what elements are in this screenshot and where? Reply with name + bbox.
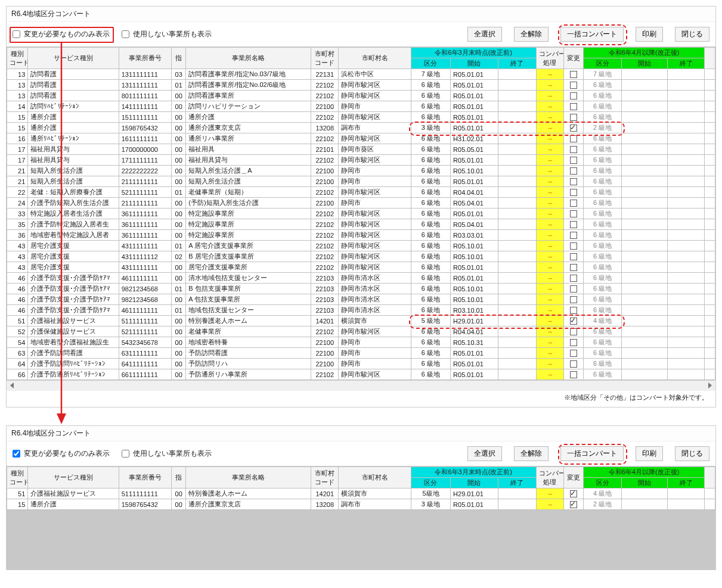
horizontal-scrollbar[interactable] xyxy=(7,380,715,391)
table-row[interactable]: 16通所ﾘﾊﾋﾞﾘﾃｰｼｮﾝ161111111100通所リハ事業所22102静岡… xyxy=(7,133,715,144)
cell-change-checkbox[interactable] xyxy=(563,166,583,176)
cell-change-checkbox[interactable] xyxy=(563,133,583,144)
cell-code: 21 xyxy=(7,176,28,187)
table-row[interactable]: 35介護予防特定施設入居者生361111111100特定施設事業所22102静岡… xyxy=(7,219,715,230)
cell-change-checkbox[interactable] xyxy=(563,348,583,359)
btn-clear-all[interactable]: 全解除 xyxy=(514,446,549,461)
cell-change-checkbox[interactable] xyxy=(563,112,583,123)
btn-convert[interactable]: 一括コンバート xyxy=(560,446,624,461)
cell-jigyosho-no: 6311111111 xyxy=(119,348,171,359)
table-row[interactable]: 43居宅介護支援431111111101A 居宅介護支援事業所22102静岡市駿… xyxy=(7,241,715,251)
cell-change-checkbox[interactable] xyxy=(563,69,583,80)
cell-change-checkbox[interactable] xyxy=(563,144,583,155)
table-row[interactable]: 46介護予防支援･介護予防ｹｱﾏ461111111101地域包括支援センター22… xyxy=(7,305,715,316)
table-row[interactable]: 13訪問看護801111111100訪問看護事業所22102静岡市駿河区6 級地… xyxy=(7,91,715,101)
cell-city-name: 静岡市駿河区 xyxy=(339,219,411,230)
cell-change-checkbox[interactable] xyxy=(563,359,583,369)
cell-change-checkbox[interactable] xyxy=(563,489,583,499)
grid-2[interactable]: 種別コード サービス種別 事業所番号 指 事業所名略 市町村コード 市町村名 令… xyxy=(7,466,715,570)
cell-start: R05.04.01 xyxy=(451,219,498,230)
cell-change-checkbox[interactable] xyxy=(563,91,583,101)
table-row[interactable]: 21短期入所生活介護222222222200短期入所生活介護＿A22100静岡市… xyxy=(7,166,715,176)
cell-change-checkbox[interactable] xyxy=(563,198,583,209)
cell-city-name: 横須賀市 xyxy=(339,489,411,499)
cell-kubun: 6 級地 xyxy=(411,144,450,155)
cell-change-checkbox[interactable] xyxy=(563,294,583,305)
table-row[interactable]: 52介護保健施設サービス521111111100老健事業所22102静岡市駿河区… xyxy=(7,326,715,337)
cell-change-checkbox[interactable] xyxy=(563,369,583,380)
btn-close[interactable]: 閉じる xyxy=(675,27,709,42)
btn-select-all[interactable]: 全選択 xyxy=(467,446,502,461)
cell-change-checkbox[interactable] xyxy=(563,209,583,219)
cell-change-checkbox[interactable] xyxy=(563,316,583,326)
cell-jigyosho-no: 1611111111 xyxy=(119,133,171,144)
cell-kubun: 6 級地 xyxy=(411,294,450,305)
cell-change-checkbox[interactable] xyxy=(563,326,583,337)
table-row[interactable]: 24介護予防短期入所生活介護211111111100(予防)短期入所生活介護22… xyxy=(7,198,715,209)
grid-1[interactable]: 種別コード サービス種別 事業所番号 指 事業所名略 市町村コード 市町村名 令… xyxy=(7,46,715,380)
table-row[interactable]: 46介護予防支援･介護予防ｹｱﾏ982123456801B 包括支援事業所221… xyxy=(7,284,715,294)
table-row[interactable]: 15通所介護159876543200通所介護東京支店13208調布市3 級地R0… xyxy=(7,123,715,133)
table-row[interactable]: 17福祉用具貸与171111111100福祉用具貸与22102静岡市駿河区6 級… xyxy=(7,155,715,166)
table-row[interactable]: 66介護予防通所ﾘﾊﾋﾞﾘﾃｰｼｮﾝ661111111100予防通所リハ事業所2… xyxy=(7,369,715,380)
cell-change-checkbox[interactable] xyxy=(563,251,583,262)
cell-service: 地域密着型介護福祉施設生 xyxy=(28,337,119,348)
cell-change-checkbox[interactable] xyxy=(563,241,583,251)
cell-code: 15 xyxy=(7,123,28,133)
cell-change-checkbox[interactable] xyxy=(563,123,583,133)
table-row[interactable]: 63介護予防訪問看護631111111100予防訪問看護22100静岡市6 級地… xyxy=(7,348,715,359)
btn-close[interactable]: 閉じる xyxy=(675,446,709,461)
cell-scroll xyxy=(705,326,715,337)
table-row[interactable]: 17福祉用具貸与170000000000福祉用具22101静岡市葵区6 級地R0… xyxy=(7,144,715,155)
table-row[interactable]: 43居宅介護支援431111111100居宅介護支援事業所22102静岡市駿河区… xyxy=(7,262,715,273)
table-row[interactable]: 36地域密着型特定施設入居者361111111100特定施設事業所22102静岡… xyxy=(7,230,715,241)
cell-change-checkbox[interactable] xyxy=(563,101,583,112)
cell-end xyxy=(498,230,536,241)
table-row[interactable]: 15通所介護151111111100通所介護22102静岡市駿河区6 級地R05… xyxy=(7,112,715,123)
cell-change-checkbox[interactable] xyxy=(563,176,583,187)
cell-after-start xyxy=(622,176,668,187)
chk-changes-only[interactable]: 変更が必要なもののみ表示 xyxy=(13,449,110,459)
btn-convert[interactable]: 一括コンバート xyxy=(560,27,624,42)
btn-select-all[interactable]: 全選択 xyxy=(467,27,502,42)
cell-after-end xyxy=(668,176,705,187)
cell-change-checkbox[interactable] xyxy=(563,284,583,294)
cell-change-checkbox[interactable] xyxy=(563,187,583,198)
table-row[interactable]: 46介護予防支援･介護予防ｹｱﾏ982123456800A 包括支援事業所221… xyxy=(7,294,715,305)
chk-show-unused[interactable]: 使用しない事業所も表示 xyxy=(122,449,212,459)
table-row[interactable]: 13訪問看護131111111103訪問看護事業所/指定No.03/7級地221… xyxy=(7,69,715,80)
cell-jigyosho-no: 6411111111 xyxy=(119,359,171,369)
table-row[interactable]: 15通所介護159876543200通所介護東京支店13208調布市3 級地R0… xyxy=(7,499,715,510)
chk-show-unused[interactable]: 使用しない事業所も表示 xyxy=(122,29,212,39)
table-row[interactable]: 51介護福祉施設サービス511111111100特別養護老人ホーム14201横須… xyxy=(7,316,715,326)
table-row[interactable]: 64介護予防訪問ﾘﾊﾋﾞﾘﾃｰｼｮﾝ641111111100予防訪問リハ2210… xyxy=(7,359,715,369)
cell-change-checkbox[interactable] xyxy=(563,80,583,91)
cell-change-checkbox[interactable] xyxy=(563,337,583,348)
cell-change-checkbox[interactable] xyxy=(563,262,583,273)
cell-change-checkbox[interactable] xyxy=(563,155,583,166)
cell-change-checkbox[interactable] xyxy=(563,499,583,510)
cell-change-checkbox[interactable] xyxy=(563,230,583,241)
cell-change-checkbox[interactable] xyxy=(563,273,583,284)
table-row[interactable]: 54地域密着型介護福祉施設生543234567800地域密着特養22100静岡市… xyxy=(7,337,715,348)
table-row[interactable]: 51介護福祉施設サービス511111111100特別養護老人ホーム14201横須… xyxy=(7,489,715,499)
table-row[interactable]: 21短期入所生活介護211111111100短期入所生活介護22100静岡市6 … xyxy=(7,176,715,187)
chk-changes-only[interactable]: 変更が必要なもののみ表示 xyxy=(13,29,110,39)
cell-service: 居宅介護支援 xyxy=(28,241,119,251)
table-row[interactable]: 13訪問看護131111111101訪問看護事業所/指定No.02/6級地221… xyxy=(7,80,715,91)
table-row[interactable]: 14訪問ﾘﾊﾋﾞﾘﾃｰｼｮﾝ141111111100訪問リハビリテーション221… xyxy=(7,101,715,112)
table-row[interactable]: 46介護予防支援･介護予防ｹｱﾏ461111111100清水地域包括支援センター… xyxy=(7,273,715,284)
table-row[interactable]: 22老健：短期入所療養介護521111111101老健事業所（短期）22102静… xyxy=(7,187,715,198)
btn-clear-all[interactable]: 全解除 xyxy=(514,27,549,42)
cell-after-kubun: 6 級地 xyxy=(584,359,622,369)
btn-print[interactable]: 印刷 xyxy=(636,27,663,42)
cell-change-checkbox[interactable] xyxy=(563,219,583,230)
cell-convert-arrow: → xyxy=(536,219,563,230)
cell-after-start xyxy=(622,69,668,80)
cell-after-start xyxy=(622,489,668,499)
cell-change-checkbox[interactable] xyxy=(563,305,583,316)
cell-jigyosho-name: 地域包括支援センター xyxy=(186,305,311,316)
btn-print[interactable]: 印刷 xyxy=(636,446,663,461)
table-row[interactable]: 33特定施設入居者生活介護361111111100特定施設事業所22102静岡市… xyxy=(7,209,715,219)
table-row[interactable]: 43居宅介護支援431111111202B 居宅介護支援事業所22102静岡市駿… xyxy=(7,251,715,262)
